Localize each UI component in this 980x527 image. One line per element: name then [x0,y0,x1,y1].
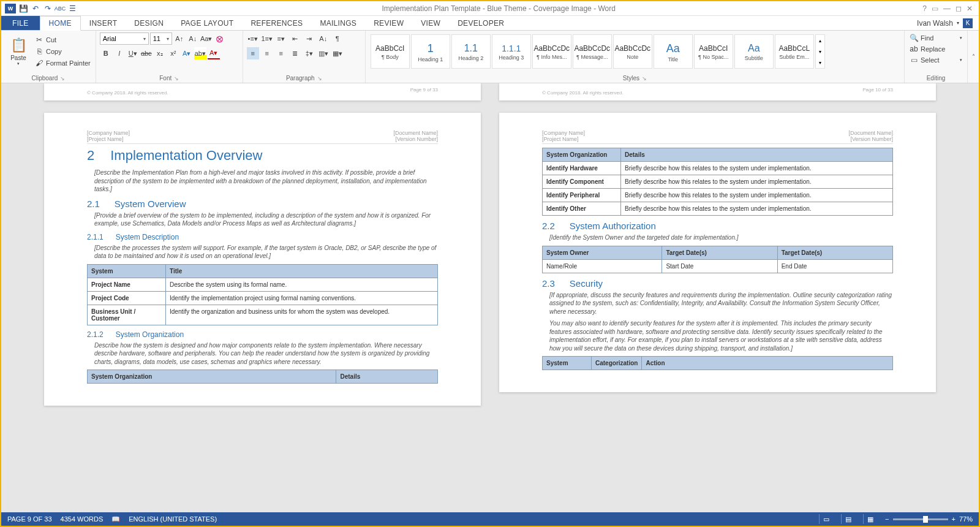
justify-button[interactable]: ≣ [289,47,301,59]
find-button[interactable]: 🔍Find▾ [908,32,963,44]
tab-view[interactable]: VIEW [412,16,449,30]
save-icon[interactable]: 💾 [18,4,28,13]
paste-button[interactable]: 📋 Paste ▾ [5,32,32,70]
maximize-icon[interactable]: ◻ [956,4,962,13]
help-icon[interactable]: ? [922,4,927,13]
body-text[interactable]: [Identify the System Owner and the targe… [549,233,893,242]
font-size-combo[interactable]: 11▾ [150,32,172,45]
status-page[interactable]: PAGE 9 OF 33 [7,515,52,523]
copy-button[interactable]: ⎘Copy [34,46,92,57]
sort-button[interactable]: A↓ [317,32,330,45]
style-item[interactable]: AaBbCcLSubtle Em... [775,34,814,69]
dialog-launcher-icon[interactable]: ↘ [174,75,179,82]
align-left-button[interactable]: ≡ [247,47,259,59]
style-item[interactable]: 1.1Heading 2 [451,34,491,69]
tab-page-layout[interactable]: PAGE LAYOUT [172,16,242,30]
tab-mailings[interactable]: MAILINGS [311,16,365,30]
tab-developer[interactable]: DEVELOPER [449,16,513,30]
style-item[interactable]: AaBbCcDc¶ Message... [573,34,612,69]
zoom-level[interactable]: 77% [959,515,973,523]
superscript-button[interactable]: x² [167,47,179,59]
zoom-in-button[interactable]: + [952,515,956,523]
bullets-button[interactable]: •≡▾ [247,32,259,45]
zoom-slider[interactable] [893,518,948,520]
multilevel-list-button[interactable]: ≡▾ [275,32,287,45]
style-item[interactable]: AaSubtitle [734,34,774,69]
style-item[interactable]: 1.1.1Heading 3 [492,34,531,69]
body-text[interactable]: Describe how the system is designed and … [94,341,438,366]
style-item[interactable]: AaBbCcI¶ Body [371,34,410,69]
highlight-button[interactable]: ab▾ [194,47,206,59]
italic-button[interactable]: I [113,47,126,59]
close-icon[interactable]: ✕ [967,4,973,13]
cut-button[interactable]: ✂Cut [34,34,92,45]
web-layout-button[interactable]: ▦ [863,514,876,524]
shading-button[interactable]: ▥▾ [317,47,330,59]
collapse-ribbon-icon[interactable]: ˄ [972,53,975,60]
replace-button[interactable]: abReplace [908,44,963,55]
font-color-button[interactable]: A▾ [208,47,220,59]
table-system-authorization[interactable]: System OwnerTarget Date(s)Target Date(s)… [542,246,893,273]
style-item[interactable]: AaBbCcI¶ No Spac... [694,34,733,69]
borders-button[interactable]: ▦▾ [331,47,344,59]
table-system-description[interactable]: SystemTitle Project NameDescribe the sys… [87,264,438,325]
tab-home[interactable]: HOME [40,16,81,31]
zoom-out-button[interactable]: − [885,515,889,523]
body-text[interactable]: You may also want to identify security f… [549,319,893,352]
status-words[interactable]: 4354 WORDS [61,515,104,523]
grow-font-button[interactable]: A↑ [173,32,186,45]
decrease-indent-button[interactable]: ⇤ [289,32,301,45]
style-item[interactable]: AaBbCcDc¶ Info Mes... [532,34,571,69]
strikethrough-button[interactable]: abc [140,47,153,59]
heading-2[interactable]: 2.1System Overview [87,199,438,209]
text-effects-button[interactable]: A▾ [181,47,193,59]
undo-icon[interactable]: ↶ [31,4,40,13]
body-text[interactable]: [Describe the Implementation Plan from a… [94,169,438,194]
select-button[interactable]: ▭Select▾ [908,55,963,66]
clear-formatting-button[interactable]: ⨂ [214,32,226,45]
touch-mode-icon[interactable]: ☰ [67,4,77,13]
styles-gallery[interactable]: AaBbCcI¶ Body1Heading 11.1Heading 21.1.1… [369,32,900,70]
style-item[interactable]: 1Heading 1 [411,34,450,69]
align-right-button[interactable]: ≡ [275,47,287,59]
styles-more-button[interactable]: ▴▾▾ [815,34,825,69]
heading-3[interactable]: 2.1.1System Description [87,233,438,241]
tab-references[interactable]: REFERENCES [242,16,311,30]
user-account[interactable]: Ivan Walsh ▾ K [911,16,979,30]
show-marks-button[interactable]: ¶ [331,32,344,45]
bold-button[interactable]: B [100,47,112,59]
subscript-button[interactable]: x₂ [154,47,166,59]
numbering-button[interactable]: 1≡▾ [261,32,273,45]
line-spacing-button[interactable]: ‡▾ [303,47,315,59]
body-text[interactable]: [If appropriate, discuss the security fe… [549,291,893,316]
change-case-button[interactable]: Aa▾ [200,32,213,45]
minimize-icon[interactable]: — [943,4,951,13]
font-name-combo[interactable]: Arial▾ [100,32,149,45]
status-language[interactable]: ENGLISH (UNITED STATES) [129,515,217,523]
increase-indent-button[interactable]: ⇥ [303,32,315,45]
body-text[interactable]: [Describe the processes the system will … [94,244,438,260]
dialog-launcher-icon[interactable]: ↘ [60,75,65,82]
table-system-organization[interactable]: System OrganizationDetails [87,370,438,384]
tab-design[interactable]: DESIGN [126,16,172,30]
heading-2[interactable]: 2.3Security [542,278,893,289]
body-text[interactable]: [Provide a brief overview of the system … [94,211,438,228]
page[interactable]: [Company Name][Project Name] [Document N… [499,113,936,392]
tab-file[interactable]: FILE [1,16,40,30]
page[interactable]: [Company Name][Project Name] [Document N… [44,113,481,406]
heading-3[interactable]: 2.1.2System Organization [87,330,438,339]
shrink-font-button[interactable]: A↓ [187,32,199,45]
align-center-button[interactable]: ≡ [261,47,273,59]
dialog-launcher-icon[interactable]: ↘ [642,75,647,82]
format-painter-button[interactable]: 🖌Format Painter [34,58,92,69]
tab-review[interactable]: REVIEW [365,16,412,30]
read-mode-button[interactable]: ▭ [819,514,832,524]
ribbon-collapse-icon[interactable]: ▭ [932,4,938,13]
dialog-launcher-icon[interactable]: ↘ [317,75,322,82]
heading-1[interactable]: 2Implementation Overview [87,148,438,164]
heading-2[interactable]: 2.2System Authorization [542,221,893,231]
table-security[interactable]: SystemCategorizationAction [542,356,893,370]
proofing-icon[interactable]: 📖 [111,515,120,523]
tab-insert[interactable]: INSERT [81,16,126,30]
style-item[interactable]: AaBbCcDcNote [613,34,652,69]
